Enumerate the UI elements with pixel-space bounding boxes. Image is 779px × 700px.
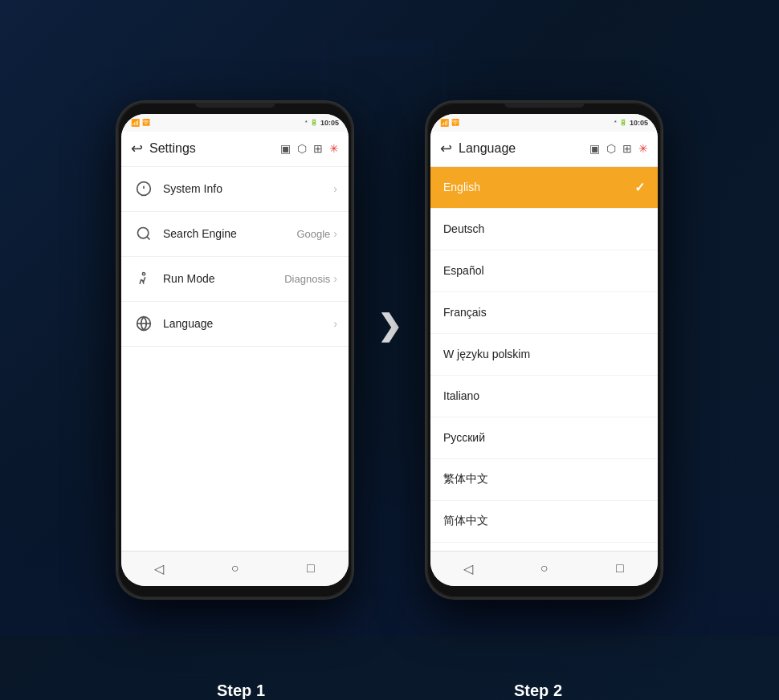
lang-label-polish: W języku polskim [443, 348, 645, 360]
svg-line-10 [147, 237, 150, 240]
status-left-2: 📶 🛜 [440, 119, 459, 127]
system-info-chevron: › [333, 182, 337, 195]
time-2: 10:05 [630, 119, 648, 127]
wifi-icon-2: 🛜 [451, 119, 459, 126]
lang-label-english: English [443, 181, 634, 193]
lang-label-francais: Français [443, 306, 645, 319]
nav-home-2[interactable]: ○ [532, 556, 556, 580]
battery-icon-2: 🔋 [619, 119, 627, 126]
header-icon-image[interactable]: ⊞ [313, 142, 323, 155]
nav-recent-2[interactable]: □ [608, 556, 632, 580]
language-title: Language [459, 141, 589, 156]
search-engine-chevron: › [333, 227, 337, 240]
bluetooth-icon-1: * [305, 119, 308, 126]
phones-row: 📶 🛜 * 🔋 10:05 ↩ Settings ▣ ⬡ [116, 16, 663, 675]
lang-label-italiano: Italiano [443, 389, 645, 402]
lang-item-francais[interactable]: Français [430, 292, 658, 334]
lang-item-traditional-chinese[interactable]: 繁体中文 [430, 459, 658, 501]
signal-icon-1: 📶 [131, 119, 140, 127]
search-engine-value: Google [296, 228, 330, 240]
step-1-label: Step 1 [141, 682, 341, 700]
wifi-icon-1: 🛜 [142, 119, 150, 126]
lang-item-russian[interactable]: Русский [430, 417, 658, 459]
run-mode-value: Diagnosis [284, 273, 330, 285]
phone-2-status-bar: 📶 🛜 * 🔋 10:05 [430, 114, 658, 132]
header-icon-bluetooth-2[interactable]: ✳ [638, 142, 648, 155]
lang-label-espanol: Español [443, 264, 645, 277]
phone-2-header: ↩ Language ▣ ⬡ ⊞ ✳ [430, 132, 658, 167]
phone-1-header: ↩ Settings ▣ ⬡ ⊞ ✳ [121, 132, 349, 167]
svg-point-11 [142, 273, 145, 275]
lang-label-simplified-chinese: 简体中文 [443, 514, 645, 528]
settings-title: Settings [149, 141, 280, 156]
search-engine-label: Search Engine [163, 227, 296, 240]
run-mode-chevron: › [333, 272, 337, 285]
search-engine-icon [133, 222, 155, 245]
header-icon-bluetooth[interactable]: ✳ [329, 142, 339, 155]
nav-home-1[interactable]: ○ [222, 556, 247, 580]
language-label: Language [163, 317, 333, 330]
phone-1: 📶 🛜 * 🔋 10:05 ↩ Settings ▣ ⬡ [116, 101, 353, 599]
phone-2: 📶 🛜 * 🔋 10:05 ↩ Language ▣ ⬡ [426, 101, 663, 599]
language-chevron: › [333, 317, 337, 330]
header-icon-screenshot[interactable]: ▣ [280, 142, 291, 155]
phone-2-bottom-nav: ◁ ○ □ [430, 551, 658, 586]
language-list: English ✓ Deutsch Español Français W jęz… [430, 167, 658, 551]
lang-item-english[interactable]: English ✓ [430, 167, 658, 209]
lang-item-polish[interactable]: W języku polskim [430, 334, 658, 376]
status-left-1: 📶 🛜 [131, 119, 150, 127]
lang-label-russian: Русский [443, 431, 645, 444]
lang-item-simplified-chinese[interactable]: 简体中文 [430, 501, 658, 543]
lang-item-espanol[interactable]: Español [430, 250, 658, 292]
svg-point-9 [138, 228, 149, 238]
battery-icon-1: 🔋 [310, 119, 318, 126]
nav-back-1[interactable]: ◁ [147, 556, 171, 580]
signal-icon-2: 📶 [440, 119, 449, 127]
lang-label-deutsch: Deutsch [443, 222, 645, 235]
phone-1-bottom-nav: ◁ ○ □ [121, 551, 349, 586]
header-icon-video-2[interactable]: ⬡ [606, 142, 616, 155]
menu-item-search-engine[interactable]: Search Engine Google › [121, 212, 349, 257]
phone-1-screen: 📶 🛜 * 🔋 10:05 ↩ Settings ▣ ⬡ [121, 114, 349, 586]
run-mode-icon [133, 267, 155, 290]
step-2-label: Step 2 [438, 682, 638, 700]
phone-2-screen: 📶 🛜 * 🔋 10:05 ↩ Language ▣ ⬡ [430, 114, 658, 586]
system-info-icon [133, 177, 155, 200]
main-content: 📶 🛜 * 🔋 10:05 ↩ Settings ▣ ⬡ [0, 0, 779, 700]
settings-menu-list: System Info › Search Engine Google › [121, 167, 349, 551]
lang-item-italiano[interactable]: Italiano [430, 376, 658, 417]
run-mode-label: Run Mode [163, 272, 284, 285]
nav-back-2[interactable]: ◁ [456, 556, 480, 580]
time-1: 10:05 [320, 119, 339, 127]
header-icon-screenshot-2[interactable]: ▣ [589, 142, 600, 155]
header-icons-1: ▣ ⬡ ⊞ ✳ [280, 142, 339, 155]
menu-item-language[interactable]: Language › [121, 302, 349, 347]
menu-item-system-info[interactable]: System Info › [121, 167, 349, 212]
lang-check-english: ✓ [634, 180, 645, 195]
lang-item-deutsch[interactable]: Deutsch [430, 209, 658, 250]
header-icons-2: ▣ ⬡ ⊞ ✳ [589, 142, 648, 155]
header-icon-image-2[interactable]: ⊞ [622, 142, 632, 155]
step-labels: Step 1 Step 2 [116, 682, 663, 700]
phone-1-status-bar: 📶 🛜 * 🔋 10:05 [121, 114, 349, 132]
arrow-container: ❯ [369, 309, 410, 391]
back-button-1[interactable]: ↩ [131, 140, 143, 157]
lang-label-traditional-chinese: 繁体中文 [443, 472, 645, 486]
back-button-2[interactable]: ↩ [440, 140, 452, 157]
header-icon-video[interactable]: ⬡ [297, 142, 307, 155]
next-arrow-icon: ❯ [377, 309, 402, 343]
menu-item-run-mode[interactable]: Run Mode Diagnosis › [121, 257, 349, 302]
status-right-2: * 🔋 10:05 [614, 119, 648, 127]
status-right-1: * 🔋 10:05 [305, 119, 339, 127]
nav-recent-1[interactable]: □ [299, 556, 323, 580]
language-icon [133, 312, 155, 335]
bluetooth-icon-2: * [614, 119, 617, 126]
system-info-label: System Info [163, 182, 333, 195]
